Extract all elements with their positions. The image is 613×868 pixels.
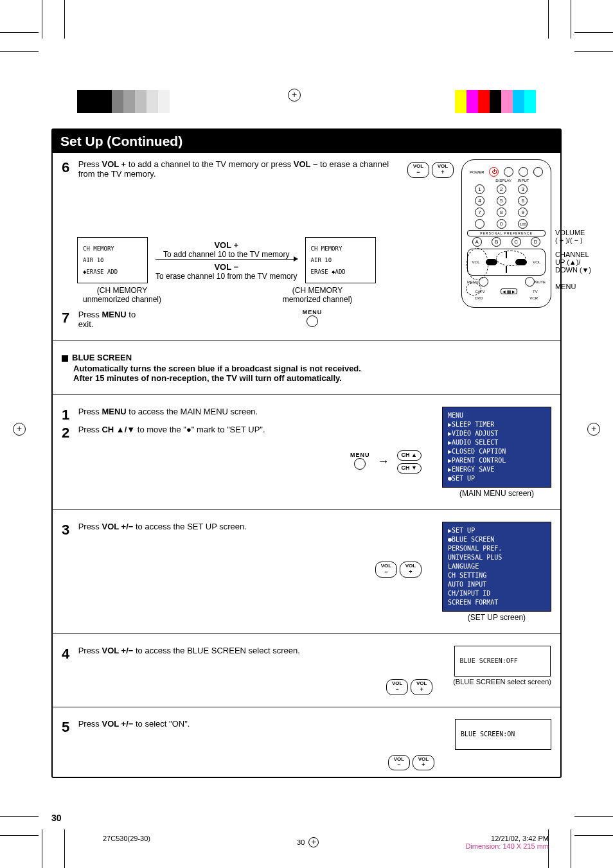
osd-main-menu-caption: (MAIN MENU screen) — [459, 489, 534, 498]
menu-button-illustration: MENU — [303, 309, 323, 329]
page-number: 30 — [51, 813, 562, 823]
vol-buttons: VOL− VOL+ — [62, 562, 434, 578]
registration-mark-right — [587, 423, 600, 436]
crop-mark — [0, 51, 39, 52]
osd-setup-caption: (SET UP screen) — [468, 613, 526, 622]
crop-mark — [574, 816, 613, 817]
chmem-right-caption: (CH MEMORYmemorized channel) — [272, 286, 362, 304]
registration-mark-bottom — [308, 837, 319, 847]
vol-buttons: VOL− VOL+ — [407, 162, 454, 178]
crop-mark — [574, 835, 613, 836]
ch-up-pill: CH ▲ — [397, 450, 422, 461]
crop-mark — [574, 32, 613, 33]
osd-blue-off-caption: (BLUE SCREEN select screen) — [453, 678, 551, 686]
registration-mark-left — [13, 423, 26, 436]
osd-blue-off: BLUE SCREEN:OFF — [454, 646, 551, 677]
registration-mark-top — [288, 89, 301, 102]
crop-mark — [64, 829, 65, 868]
step-3: 3 Press VOL +/− to access the SET UP scr… — [62, 522, 434, 538]
remote-diagram: POWER ⏻ DISPLAYINPUT 123 456 789 0100 — [461, 159, 551, 308]
osd-chmem-left: CH MEMORY AIR 10 ◆ERASE ADD — [77, 237, 148, 283]
vol-minus-heading: VOL − — [214, 262, 238, 272]
callout-channel: CHANNELUP (▲)/DOWN (▼) — [555, 251, 591, 274]
step-6-text: Press VOL + to add a channel to the TV m… — [78, 159, 400, 179]
crop-mark — [42, 0, 42, 39]
color-bars-left — [77, 90, 170, 113]
osd-chmem-right: CH MEMORY AIR 10 ERASE ◆ADD — [305, 237, 376, 283]
page-frame: Set Up (Continued) 6 Press VOL + to add … — [51, 128, 562, 778]
step-6: 6 Press VOL + to add a channel to the TV… — [53, 153, 560, 335]
crop-mark — [0, 835, 39, 836]
blue-screen-heading: BLUE SCREEN — [72, 353, 132, 362]
vol-plus-pill: VOL+ — [432, 162, 454, 178]
crop-mark — [42, 829, 42, 868]
color-bars-right — [455, 90, 536, 113]
chmem-left-caption: (CH MEMORYunmemorized channel) — [77, 286, 167, 304]
arrow-icon: → — [378, 455, 389, 468]
step-4: 4 Press VOL +/− to access the BLUE SCREE… — [62, 646, 445, 662]
vol-plus-heading: VOL + — [214, 240, 238, 250]
arrow-icon — [155, 259, 298, 260]
osd-setup: ▶SET UP ●BLUE SCREEN PERSONAL PREF. UNIV… — [442, 522, 551, 612]
crop-mark — [0, 816, 39, 817]
vol-buttons: VOL− VOL+ — [62, 679, 445, 695]
crop-mark — [574, 51, 613, 52]
square-bullet-icon — [62, 355, 68, 362]
blue-screen-desc: Automatically turns the screen blue if a… — [73, 364, 382, 383]
vol-minus-caption: To erase channel 10 from the TV memory — [155, 272, 298, 281]
page-title: Set Up (Continued) — [53, 130, 560, 153]
callout-menu: MENU — [555, 283, 576, 290]
step-7-number: 7 — [62, 310, 76, 326]
osd-main-menu: MENU ▶SLEEP TIMER▶VIDEO ADJUST▶AUDIO SEL… — [442, 407, 551, 488]
step-2: 2 Press CH ▲/▼ to move the "●" mark to "… — [62, 425, 434, 441]
vol-buttons: VOL− VOL+ — [62, 755, 447, 771]
crop-mark — [64, 0, 65, 39]
crop-mark — [571, 0, 571, 39]
job-info-footer: 27C530(29-30) 30 12/21/02, 3:42 PM Dimen… — [103, 835, 549, 850]
menu-button-illustration: MENU — [350, 452, 370, 472]
vol-minus-pill: VOL− — [407, 162, 429, 178]
callout-volume: VOLUME( + )/( − ) — [555, 229, 585, 244]
step-6-number: 6 — [62, 159, 76, 176]
ch-down-pill: CH ▼ — [397, 463, 422, 474]
crop-mark — [0, 32, 39, 33]
step-1: 1 Press MENU to access the MAIN MENU scr… — [62, 407, 434, 423]
dvd-vcr-icon — [504, 167, 513, 177]
crop-mark — [548, 0, 549, 39]
vol-plus-caption: To add channel 10 to the TV memory — [163, 250, 290, 259]
step-5: 5 Press VOL +/− to select "ON". — [62, 719, 447, 736]
blue-screen-section: BLUE SCREEN Automatically turns the scre… — [53, 346, 560, 389]
osd-blue-on: BLUE SCREEN:ON — [455, 719, 551, 750]
crop-mark — [571, 829, 571, 868]
step-7-text: Press MENU to exit. — [78, 310, 154, 329]
